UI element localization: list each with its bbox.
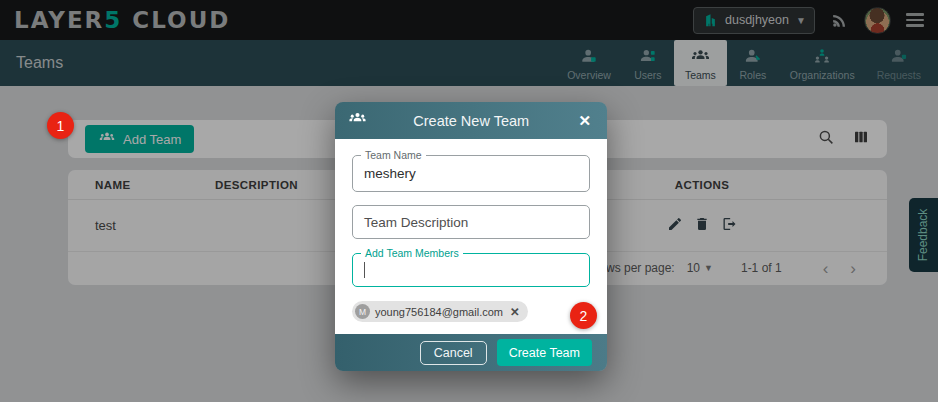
text-cursor: [364, 262, 365, 278]
team-name-field-label: Team Name: [361, 149, 426, 161]
teams-group-icon: [347, 109, 368, 132]
team-name-field[interactable]: Team Name meshery: [352, 155, 590, 192]
team-description-placeholder: Team Description: [364, 215, 468, 230]
add-team-members-field[interactable]: Add Team Members: [352, 253, 590, 287]
team-description-field[interactable]: Team Description: [352, 205, 590, 239]
member-avatar: M: [355, 304, 370, 319]
modal-title: Create New Team: [368, 113, 574, 129]
create-team-button[interactable]: Create Team: [497, 339, 592, 366]
annotation-step-1-badge: 1: [47, 112, 74, 139]
modal-body: Team Name meshery Team Description Add T…: [335, 139, 607, 334]
modal-footer: Cancel Create Team: [335, 334, 607, 371]
team-name-field-value: meshery: [364, 166, 416, 181]
cancel-button[interactable]: Cancel: [420, 341, 487, 365]
annotation-step-2-badge: 2: [570, 302, 597, 329]
close-icon[interactable]: ✕: [574, 110, 595, 132]
create-team-modal: Create New Team ✕ Team Name meshery Team…: [335, 102, 607, 371]
add-team-members-field-label: Add Team Members: [361, 247, 463, 259]
member-email: young756184@gmail.com: [375, 306, 503, 318]
member-email-chip[interactable]: M young756184@gmail.com ✕: [352, 301, 528, 322]
modal-header: Create New Team ✕: [335, 102, 607, 139]
chip-remove-icon[interactable]: ✕: [510, 305, 520, 319]
app-window: LAYER5 CLOUD dusdjhyeon ▼ Teams Overview: [0, 0, 938, 402]
